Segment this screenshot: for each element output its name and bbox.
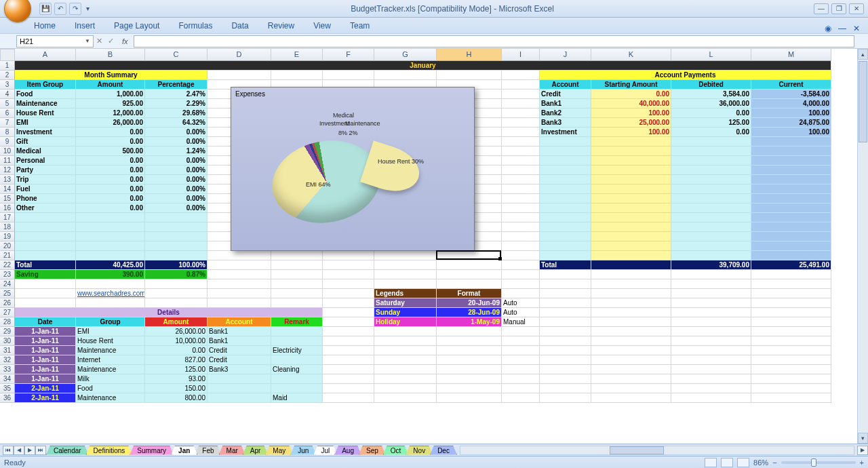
row-header-22[interactable]: 22	[0, 260, 15, 270]
row-header-2[interactable]: 2	[0, 71, 15, 80]
cell[interactable]	[751, 279, 831, 289]
cell[interactable]	[208, 251, 271, 260]
row-header-35[interactable]: 35	[0, 384, 15, 393]
cell[interactable]: 1.24%	[145, 147, 208, 156]
cell[interactable]	[271, 251, 323, 260]
cell[interactable]	[540, 355, 591, 365]
cell[interactable]	[374, 355, 437, 365]
cell[interactable]	[751, 298, 831, 308]
minimize-button[interactable]: —	[814, 3, 829, 14]
cell[interactable]	[15, 289, 76, 298]
cell[interactable]	[671, 327, 751, 336]
cell[interactable]	[374, 327, 437, 336]
cell[interactable]	[751, 346, 831, 355]
cell[interactable]: Remark	[271, 317, 323, 327]
cell[interactable]: 1-Jan-11	[15, 374, 76, 384]
cell[interactable]	[145, 241, 208, 251]
col-header-I[interactable]: I	[502, 49, 540, 61]
cell[interactable]: Starting Amount	[591, 80, 671, 90]
cell[interactable]	[540, 251, 591, 260]
cell[interactable]	[208, 71, 271, 80]
name-box-dropdown-icon[interactable]: ▼	[85, 38, 90, 44]
cell[interactable]	[502, 90, 540, 99]
cell[interactable]	[437, 71, 502, 80]
cell[interactable]	[323, 298, 374, 308]
embedded-chart[interactable]: Expenses EMI 64%House Rent 30%Maintenanc…	[231, 87, 475, 251]
cell[interactable]: Maintenance	[76, 346, 145, 355]
col-header-M[interactable]: M	[751, 49, 831, 61]
cell[interactable]	[591, 194, 671, 203]
cell[interactable]	[374, 384, 437, 393]
cell[interactable]: 125.00	[671, 118, 751, 128]
cell[interactable]: Food	[76, 384, 145, 393]
cell[interactable]	[671, 384, 751, 393]
cell[interactable]	[437, 355, 502, 365]
cell[interactable]	[591, 251, 671, 260]
cell[interactable]: 0.00%	[145, 137, 208, 147]
cell[interactable]	[671, 317, 751, 327]
cell[interactable]	[540, 270, 591, 279]
cell[interactable]: 100.00	[751, 128, 831, 137]
ribbon-tab-insert[interactable]: Insert	[73, 18, 96, 33]
row-header-34[interactable]: 34	[0, 374, 15, 384]
cell[interactable]: Other	[15, 203, 76, 213]
col-header-H[interactable]: H	[437, 49, 502, 61]
cell[interactable]	[502, 355, 540, 365]
tab-nav-last[interactable]: ⏭	[35, 446, 46, 455]
cell[interactable]: Sunday	[374, 308, 437, 317]
cell[interactable]	[751, 327, 831, 336]
cell[interactable]: Milk	[76, 374, 145, 384]
cell[interactable]: Saturday	[374, 298, 437, 308]
cell[interactable]	[751, 355, 831, 365]
cell[interactable]	[671, 298, 751, 308]
row-header-24[interactable]: 24	[0, 279, 15, 289]
row-header-11[interactable]: 11	[0, 156, 15, 165]
row-header-4[interactable]: 4	[0, 90, 15, 99]
cell[interactable]: 40,425.00	[76, 260, 145, 270]
row-header-16[interactable]: 16	[0, 203, 15, 213]
cell[interactable]	[751, 270, 831, 279]
cell[interactable]: 2.47%	[145, 90, 208, 99]
cell[interactable]	[751, 203, 831, 213]
cell[interactable]: 0.00	[76, 128, 145, 137]
cell[interactable]: Debited	[671, 80, 751, 90]
cell[interactable]: 0.00	[76, 175, 145, 184]
scroll-down-icon[interactable]: ▾	[858, 433, 868, 444]
save-icon[interactable]: 💾	[39, 3, 52, 15]
sheet-tab-oct[interactable]: Oct	[383, 446, 409, 455]
row-header-33[interactable]: 33	[0, 365, 15, 374]
zoom-thumb[interactable]	[811, 459, 816, 467]
cell[interactable]	[671, 194, 751, 203]
cell[interactable]	[502, 184, 540, 194]
cell[interactable]	[540, 184, 591, 194]
cell[interactable]: 36,000.00	[671, 99, 751, 109]
cell[interactable]	[374, 71, 437, 80]
cell[interactable]: Credit	[208, 346, 271, 355]
cell[interactable]	[591, 317, 671, 327]
cell[interactable]	[591, 346, 671, 355]
cell[interactable]: Legends	[374, 289, 437, 298]
cell[interactable]	[145, 222, 208, 232]
cell[interactable]	[751, 374, 831, 384]
ribbon-tab-team[interactable]: Team	[349, 18, 371, 33]
cell[interactable]: 20-Jun-09	[437, 298, 502, 308]
view-pagebreak-icon[interactable]	[737, 458, 749, 467]
cell[interactable]	[502, 109, 540, 118]
zoom-in-icon[interactable]: +	[860, 459, 864, 467]
cell[interactable]	[751, 308, 831, 317]
cell[interactable]: House Rent	[76, 336, 145, 346]
cell[interactable]: Fuel	[15, 184, 76, 194]
row-header-21[interactable]: 21	[0, 251, 15, 260]
cell[interactable]	[591, 308, 671, 317]
cell[interactable]: 0.00	[76, 165, 145, 175]
cell[interactable]	[437, 279, 502, 289]
cell[interactable]	[591, 336, 671, 346]
cell[interactable]: Amount	[145, 317, 208, 327]
cell[interactable]: Account Payments	[540, 71, 831, 80]
sheet-tab-may[interactable]: May	[265, 446, 293, 455]
cell[interactable]: 1-Jan-11	[15, 327, 76, 336]
cell[interactable]	[540, 137, 591, 147]
cell[interactable]	[540, 384, 591, 393]
cell[interactable]	[502, 393, 540, 403]
cell[interactable]	[540, 336, 591, 346]
